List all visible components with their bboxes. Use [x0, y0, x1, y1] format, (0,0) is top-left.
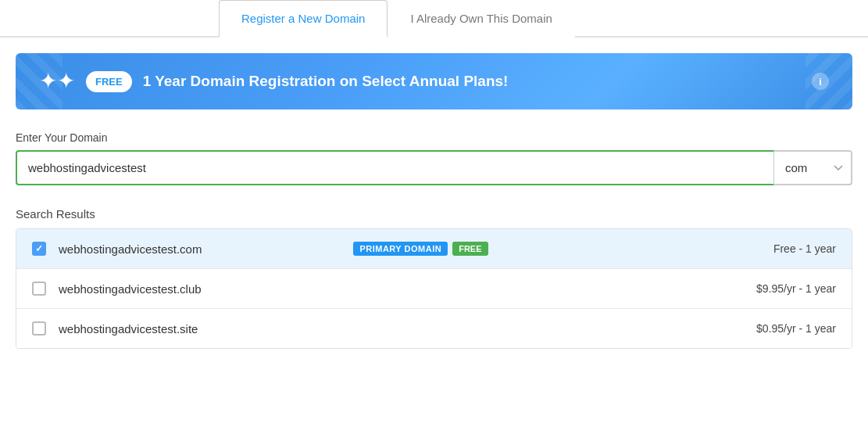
info-icon[interactable]: i — [812, 73, 829, 90]
tab-register[interactable]: Register a New Domain — [219, 0, 388, 38]
checkbox-com[interactable] — [32, 242, 46, 256]
domain-com: webhostingadvicestest.com — [59, 242, 344, 256]
promo-banner: ✦✦ FREE 1 Year Domain Registration on Se… — [16, 53, 852, 109]
tabs-container: Register a New Domain I Already Own This… — [0, 0, 868, 38]
domain-input-row: com net org io co info — [16, 150, 852, 185]
domain-site: webhostingadvicestest.site — [59, 322, 408, 336]
checkbox-club[interactable] — [32, 282, 46, 296]
result-row-club: webhostingadvicestest.club $9.95/yr - 1 … — [16, 269, 852, 309]
result-row-com: webhostingadvicestest.com PRIMARY DOMAIN… — [16, 229, 852, 269]
free-badge: FREE — [86, 71, 132, 92]
tab-own-domain[interactable]: I Already Own This Domain — [388, 0, 574, 38]
domain-input[interactable] — [16, 150, 774, 185]
tld-select[interactable]: com net org io co info — [774, 150, 852, 185]
sparkle-icon: ✦✦ — [39, 70, 75, 92]
primary-domain-badge: PRIMARY DOMAIN — [353, 242, 448, 256]
search-results-label: Search Results — [16, 207, 852, 221]
free-green-badge: FREE — [452, 242, 488, 256]
banner-text: 1 Year Domain Registration on Select Ann… — [143, 73, 801, 90]
result-row-site: webhostingadvicestest.site $0.95/yr - 1 … — [16, 309, 852, 348]
domain-club: webhostingadvicestest.club — [59, 282, 408, 296]
price-com: Free - 1 year — [773, 242, 836, 255]
price-site: $0.95/yr - 1 year — [756, 322, 836, 335]
checkbox-site[interactable] — [32, 321, 46, 336]
domain-input-label: Enter Your Domain — [16, 131, 852, 144]
price-club: $9.95/yr - 1 year — [756, 282, 836, 295]
search-results-list: webhostingadvicestest.com PRIMARY DOMAIN… — [16, 228, 852, 349]
main-content: ✦✦ FREE 1 Year Domain Registration on Se… — [0, 38, 868, 364]
